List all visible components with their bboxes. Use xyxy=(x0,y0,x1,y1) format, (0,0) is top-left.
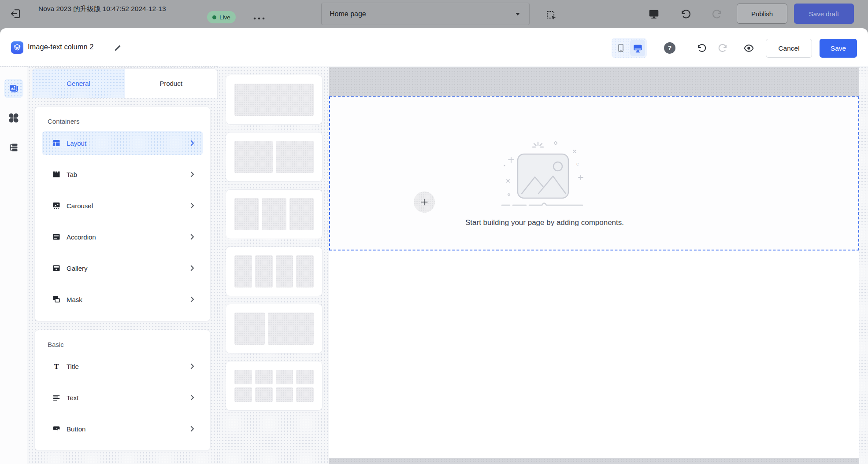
component-item-label: Tab xyxy=(67,171,77,178)
image-library-icon xyxy=(8,83,19,94)
more-actions-button[interactable] xyxy=(253,15,266,21)
cancel-button[interactable]: Cancel xyxy=(766,39,812,58)
add-component-button[interactable] xyxy=(414,191,435,213)
layout-2-columns-asymmetric[interactable] xyxy=(226,304,323,354)
editor-workspace: GeneralProduct ContainersLayoutTabCarous… xyxy=(0,66,868,464)
chevron-right-icon xyxy=(188,170,196,178)
layout-block xyxy=(234,198,259,230)
undo-icon xyxy=(697,43,707,54)
footer-ghost xyxy=(329,458,859,464)
pencil-icon xyxy=(114,44,122,52)
layout-block xyxy=(276,370,293,384)
layers-badge-icon xyxy=(11,41,23,54)
component-item-title[interactable]: TTitle xyxy=(42,354,203,378)
component-item-label: Title xyxy=(67,363,79,370)
component-item-label: Mask xyxy=(67,296,82,303)
monitor-icon xyxy=(648,8,660,20)
publish-button[interactable]: Publish xyxy=(737,4,787,24)
desktop-preview-button[interactable] xyxy=(630,40,645,56)
device-preview-toggle xyxy=(612,38,647,58)
help-icon: ? xyxy=(668,44,672,52)
panel-tabs: GeneralProduct xyxy=(32,68,218,98)
panel-top-separator xyxy=(0,66,218,67)
component-item-button[interactable]: Button xyxy=(42,417,203,441)
desktop-view-button[interactable] xyxy=(648,8,660,21)
layout-3-columns[interactable] xyxy=(226,189,323,239)
page-selector-value: Home page xyxy=(330,10,366,18)
rename-button[interactable] xyxy=(114,44,122,52)
component-item-tab[interactable]: Tab xyxy=(42,162,203,186)
title-icon: T xyxy=(52,362,60,370)
tab-product[interactable]: Product xyxy=(125,69,217,98)
page-selector-dropdown[interactable]: Home page xyxy=(321,3,530,25)
text-icon xyxy=(52,394,60,401)
redo-icon xyxy=(717,43,728,54)
component-item-label: Text xyxy=(67,394,79,401)
svg-text:T: T xyxy=(54,362,59,370)
undo-button[interactable] xyxy=(697,43,707,54)
component-item-gallery[interactable]: Gallery xyxy=(42,256,203,280)
save-draft-button[interactable]: Save draft xyxy=(794,4,854,24)
layout-1-column[interactable] xyxy=(226,75,323,125)
layout-grid-icon xyxy=(52,139,60,147)
live-label: Live xyxy=(219,14,230,21)
component-item-label: Carousel xyxy=(67,202,93,210)
layout-block xyxy=(234,141,273,173)
component-item-label: Accordion xyxy=(67,233,96,241)
chevron-right-icon xyxy=(188,295,196,303)
component-item-label: Button xyxy=(67,425,85,433)
undo-icon xyxy=(680,9,692,20)
undo-button[interactable] xyxy=(680,9,693,21)
chevron-right-icon xyxy=(188,362,196,370)
layout-variant-cards xyxy=(226,75,323,418)
back-icon xyxy=(10,7,22,20)
save-button[interactable]: Save xyxy=(820,39,857,58)
rail-item-page-structure[interactable] xyxy=(4,138,23,157)
redo-button[interactable] xyxy=(711,9,723,21)
layout-block xyxy=(234,84,314,116)
chevron-right-icon xyxy=(188,233,196,241)
layout-4x2-grid[interactable] xyxy=(226,361,323,411)
component-item-mask[interactable]: Mask xyxy=(42,287,203,311)
preview-button[interactable] xyxy=(743,43,753,53)
help-button[interactable]: ? xyxy=(664,42,675,54)
carousel-icon xyxy=(52,202,60,210)
group-containers: ContainersLayoutTabCarouselAccordionGall… xyxy=(34,107,211,321)
page-structure-icon xyxy=(8,142,19,153)
layout-block xyxy=(234,370,252,384)
header-ghost xyxy=(329,67,859,96)
layout-4-columns[interactable] xyxy=(226,247,323,296)
rail-item-image-library[interactable] xyxy=(4,79,23,98)
chevron-right-icon xyxy=(188,202,196,210)
rail-item-components[interactable] xyxy=(4,108,23,128)
select-element-tool[interactable] xyxy=(545,10,558,22)
layout-block xyxy=(255,255,273,287)
mobile-preview-button[interactable] xyxy=(613,40,628,56)
back-button[interactable] xyxy=(10,7,22,20)
group-basic: BasicTTitleTextButton xyxy=(34,330,211,451)
tab-general[interactable]: General xyxy=(32,69,125,98)
component-item-layout[interactable]: Layout xyxy=(42,131,203,155)
store-version-title: Nova 2023 的升级版 10:47:52 2024-12-13 xyxy=(38,4,179,14)
chevron-right-icon xyxy=(188,425,196,433)
empty-section-dropzone[interactable]: c Start building your page by adding com… xyxy=(329,96,859,250)
component-groups: ContainersLayoutTabCarouselAccordionGall… xyxy=(34,107,211,459)
layout-2-columns[interactable] xyxy=(226,132,323,182)
icon-rail xyxy=(0,67,27,464)
layout-block xyxy=(268,313,314,345)
component-item-label: Layout xyxy=(67,140,86,147)
chevron-right-icon xyxy=(188,394,196,401)
layout-block xyxy=(234,387,252,402)
component-item-carousel[interactable]: Carousel xyxy=(42,194,203,217)
component-item-text[interactable]: Text xyxy=(42,386,203,409)
live-status-badge: Live xyxy=(207,11,236,23)
redo-button[interactable] xyxy=(717,43,728,54)
component-item-accordion[interactable]: Accordion xyxy=(42,225,203,249)
button-icon xyxy=(52,425,60,433)
component-title: Image-text column 2 xyxy=(28,43,93,51)
layout-block xyxy=(296,370,314,384)
layout-block xyxy=(276,387,293,402)
chevron-right-icon xyxy=(188,264,196,272)
layout-block xyxy=(296,255,314,287)
components-icon xyxy=(8,113,19,123)
